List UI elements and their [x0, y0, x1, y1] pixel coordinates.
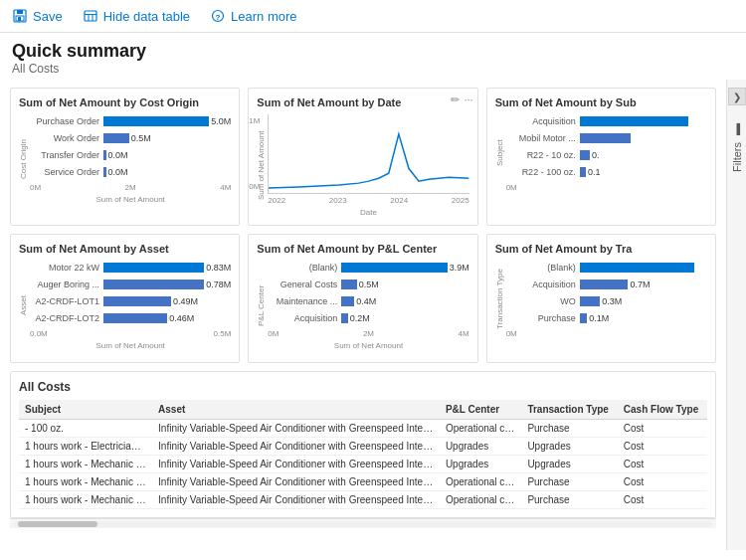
chart6-x-axis: 0M — [506, 329, 707, 338]
table-icon — [83, 8, 98, 24]
table-row: 1 hours work - Electrician - Bruce Wayne… — [19, 438, 707, 456]
table-body: - 100 oz. Infinity Variable-Speed Air Co… — [19, 420, 707, 509]
chart5-title: Sum of Net Amount by P&L Center — [257, 243, 468, 255]
sidebar-bars-icon: ▐ — [733, 123, 740, 134]
pencil-icon[interactable]: ✏ — [451, 93, 460, 106]
filters-label: Filters — [731, 142, 743, 172]
sidebar-collapse-button[interactable]: ❯ — [728, 88, 746, 105]
chart-cost-origin: Sum of Net Amount by Cost Origin Cost Or… — [10, 88, 240, 226]
col-transaction: Transaction Type — [521, 400, 617, 420]
costs-table: Subject Asset P&L Center Transaction Typ… — [19, 400, 707, 509]
chart-pl-center: Sum of Net Amount by P&L Center P&L Cent… — [248, 234, 477, 363]
table-row: 1 hours work - Mechanic - Sean Porter In… — [19, 491, 707, 509]
chart-subject: Sum of Net Amount by Sub Subject Acquisi… — [486, 88, 716, 226]
chart6-y-label: Transaction Type — [495, 261, 504, 338]
save-label: Save — [33, 9, 63, 24]
chart4-title: Sum of Net Amount by Asset — [19, 243, 231, 255]
chart2-icons: ✏ ··· — [451, 93, 472, 106]
table-row: 1 hours work - Mechanic - Sean Porter In… — [19, 473, 707, 491]
col-cashflow: Cash Flow Type — [618, 400, 707, 420]
chart4-x-axis: 0.0M 0.5M — [30, 329, 231, 338]
toolbar: Save Hide data table ? Learn more — [0, 0, 746, 33]
bar-row: Auger Boring ... 0.78M — [30, 278, 231, 291]
bar-row: Acquisition 0.7M — [506, 278, 707, 291]
line-chart-svg — [269, 114, 468, 193]
charts-row-1: Sum of Net Amount by Cost Origin Cost Or… — [10, 88, 716, 226]
chart-asset: Sum of Net Amount by Asset Asset Motor 2… — [10, 234, 240, 363]
save-icon — [12, 8, 28, 24]
chart4-y-label: Asset — [19, 261, 28, 350]
bar-row: Acquisition 0.2M — [268, 311, 468, 325]
save-button[interactable]: Save — [12, 8, 63, 24]
svg-rect-4 — [85, 11, 96, 21]
bar-row: Service Order 0.0M — [30, 165, 231, 179]
hide-table-label: Hide data table — [103, 9, 190, 24]
table-header: Subject Asset P&L Center Transaction Typ… — [19, 400, 707, 420]
table-row: 1 hours work - Mechanic - Bruce Wayne In… — [19, 456, 707, 473]
bottom-scrollbar-area — [10, 518, 716, 528]
page-title: Quick summary — [12, 41, 734, 62]
bar-row: Purchase Order 5.0M — [30, 114, 231, 128]
chart4-x-label: Sum of Net Amount — [30, 341, 231, 350]
bar-row: A2-CRDF-LOT1 0.49M — [30, 294, 231, 308]
bar-row: (Blank) 3.9M — [268, 261, 468, 275]
bar-row: Motor 22 kW 0.83M — [30, 261, 231, 275]
chart3-bars: Acquisition Mobil Motor ... — [506, 114, 707, 179]
chart1-y-axis-label: Cost Origin — [19, 114, 28, 204]
line-chart-container: 1M 0M — [268, 114, 468, 194]
bar-row: Acquisition — [506, 114, 707, 128]
right-sidebar: ❯ ▐ Filters — [726, 80, 746, 550]
main-content: Sum of Net Amount by Cost Origin Cost Or… — [0, 80, 746, 550]
table-title: All Costs — [19, 380, 707, 394]
help-icon: ? — [210, 8, 226, 24]
col-subject: Subject — [19, 400, 152, 420]
bar-row: Transfer Order 0.0M — [30, 148, 231, 162]
chart6-title: Sum of Net Amount by Tra — [495, 243, 707, 255]
chart2-x-axis: 2022 2023 2024 2025 — [268, 196, 468, 205]
chart1-x-label: Sum of Net Amount — [30, 195, 231, 204]
bar-row: A2-CRDF-LOT2 0.46M — [30, 311, 231, 325]
learn-more-label: Learn more — [231, 9, 296, 24]
chart-transaction: Sum of Net Amount by Tra Transaction Typ… — [486, 234, 716, 363]
col-pl: P&L Center — [440, 400, 522, 420]
svg-text:?: ? — [216, 13, 221, 22]
scrollbar-thumb — [18, 521, 97, 527]
table-row: - 100 oz. Infinity Variable-Speed Air Co… — [19, 420, 707, 438]
page-subtitle: All Costs — [12, 62, 734, 76]
chart5-y-label: P&L Center — [257, 261, 266, 350]
chart3-y-label: Subject — [495, 114, 504, 192]
svg-rect-1 — [17, 10, 23, 14]
more-icon[interactable]: ··· — [464, 93, 472, 106]
all-costs-table-section: All Costs Subject Asset P&L Center Trans… — [10, 371, 716, 518]
bar-row: R22 - 10 oz. 0. — [506, 148, 707, 162]
bar-row: Work Order 0.5M — [30, 131, 231, 145]
chart1-bars: Purchase Order 5.0M Work Order — [30, 114, 231, 179]
chart1-x-axis: 0M 2M 4M — [30, 183, 231, 192]
chart2-y-label: Sum of Net Amount — [257, 114, 266, 217]
bar-row: R22 - 100 oz. 0.1 — [506, 165, 707, 179]
bar-row: Purchase 0.1M — [506, 311, 707, 325]
bar-row: Mobil Motor ... — [506, 131, 707, 145]
hide-table-button[interactable]: Hide data table — [83, 8, 190, 24]
bar-row: Maintenance ... 0.4M — [268, 294, 468, 308]
chart4-bars: Motor 22 kW 0.83M Auger Boring ... — [30, 261, 231, 325]
chart3-x-axis: 0M — [506, 183, 707, 192]
horizontal-scrollbar[interactable] — [14, 521, 712, 527]
table-header-row: Subject Asset P&L Center Transaction Typ… — [19, 400, 707, 420]
chart5-x-axis: 0M 2M 4M — [268, 329, 468, 338]
chart2-title: Sum of Net Amount by Date — [257, 96, 468, 108]
bar-row: General Costs 0.5M — [268, 278, 468, 291]
col-asset: Asset — [152, 400, 440, 420]
chart3-title: Sum of Net Amount by Sub — [495, 96, 707, 108]
bar-row: (Blank) — [506, 261, 707, 275]
chart6-bars: (Blank) Acquisition 0.7M — [506, 261, 707, 325]
chart-date: ✏ ··· Sum of Net Amount by Date Sum of N… — [248, 88, 477, 226]
bar-row: WO 0.3M — [506, 294, 707, 308]
dashboard-area: Sum of Net Amount by Cost Origin Cost Or… — [0, 80, 726, 550]
chart1-title: Sum of Net Amount by Cost Origin — [19, 96, 231, 108]
learn-more-button[interactable]: ? Learn more — [210, 8, 296, 24]
svg-rect-3 — [18, 17, 21, 21]
chart5-x-label: Sum of Net Amount — [268, 341, 468, 350]
chart2-x-label: Date — [268, 208, 468, 217]
charts-row-2: Sum of Net Amount by Asset Asset Motor 2… — [10, 234, 716, 363]
